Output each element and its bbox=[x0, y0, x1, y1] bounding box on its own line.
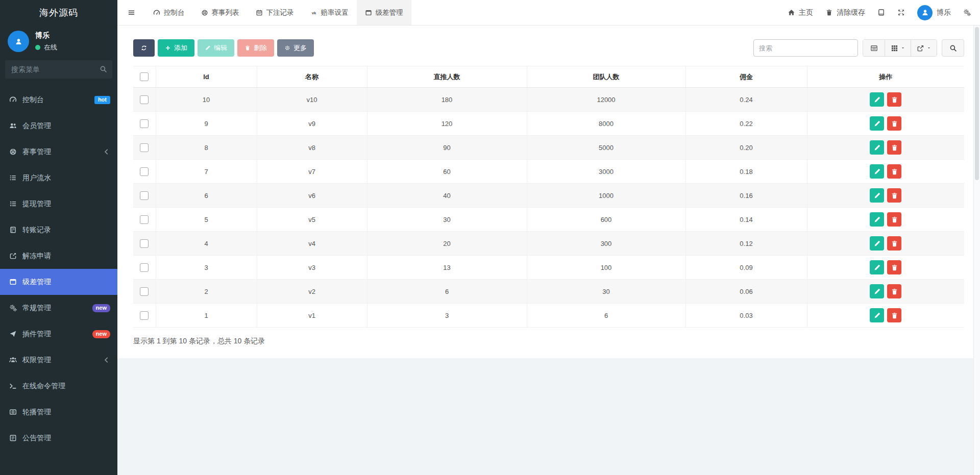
tab-level[interactable]: 级差管理 bbox=[357, 0, 411, 25]
search-icon[interactable] bbox=[100, 65, 107, 73]
sidebar-item-transfer[interactable]: 转账记录 bbox=[0, 217, 117, 243]
row-delete-button[interactable] bbox=[887, 116, 901, 131]
row-checkbox[interactable] bbox=[140, 167, 149, 176]
select-all-checkbox[interactable] bbox=[140, 72, 149, 81]
tab-label: 控制台 bbox=[164, 8, 185, 17]
sidebar-item-level[interactable]: 级差管理 bbox=[0, 269, 117, 295]
user-info: 博乐 在线 bbox=[35, 31, 57, 52]
row-edit-button[interactable] bbox=[870, 188, 884, 203]
sidebar-item-label: 转账记录 bbox=[22, 226, 51, 235]
sidebar-item-label: 解冻申请 bbox=[22, 252, 51, 261]
tab-console[interactable]: 控制台 bbox=[145, 0, 193, 25]
column-header-2[interactable]: 直推人数 bbox=[367, 66, 527, 88]
row-edit-button[interactable] bbox=[870, 212, 884, 227]
cell-name: v8 bbox=[257, 136, 367, 160]
common-search-button[interactable] bbox=[863, 40, 885, 56]
columns-button[interactable] bbox=[885, 40, 911, 56]
row-checkbox[interactable] bbox=[140, 311, 149, 320]
column-header-1[interactable]: 名称 bbox=[257, 66, 367, 88]
tab-odds[interactable]: 赔率设置 bbox=[302, 0, 357, 25]
row-delete-button[interactable] bbox=[887, 164, 901, 179]
calendar-icon bbox=[256, 9, 263, 16]
row-edit-button[interactable] bbox=[870, 92, 884, 107]
column-header-3[interactable]: 团队人数 bbox=[527, 66, 685, 88]
row-checkbox[interactable] bbox=[140, 287, 149, 296]
sidebar-item-withdraw[interactable]: 提现管理 bbox=[0, 191, 117, 217]
row-checkbox[interactable] bbox=[140, 119, 149, 128]
record-summary: 显示第 1 到第 10 条记录，总共 10 条记录 bbox=[133, 337, 964, 346]
export-button[interactable] bbox=[911, 40, 937, 56]
home-link[interactable]: 主页 bbox=[788, 8, 813, 17]
scrollbar-thumb[interactable] bbox=[975, 27, 979, 180]
sidebar-item-console[interactable]: 控制台hot bbox=[0, 87, 117, 113]
search-submit-button[interactable] bbox=[942, 39, 964, 57]
page-scrollbar[interactable] bbox=[973, 26, 980, 475]
sidebar-item-notice[interactable]: 公告管理 bbox=[0, 425, 117, 451]
row-delete-button[interactable] bbox=[887, 140, 901, 155]
row-actions-cell bbox=[807, 304, 964, 328]
cell-team: 5000 bbox=[527, 136, 685, 160]
hamburger-menu-button[interactable] bbox=[117, 0, 145, 25]
clear-cache-link[interactable]: 清除缓存 bbox=[825, 8, 865, 17]
sidebar-item-addons[interactable]: 插件管理new bbox=[0, 321, 117, 347]
cell-name: v3 bbox=[257, 256, 367, 280]
row-edit-button[interactable] bbox=[870, 140, 884, 155]
sidebar-item-members[interactable]: 会员管理 bbox=[0, 113, 117, 139]
row-delete-button[interactable] bbox=[887, 236, 901, 251]
row-delete-button[interactable] bbox=[887, 260, 901, 274]
row-edit-button[interactable] bbox=[870, 260, 884, 274]
cell-direct: 20 bbox=[367, 232, 527, 256]
trash-icon bbox=[891, 168, 898, 176]
delete-button[interactable]: 删除 bbox=[237, 39, 274, 57]
row-edit-button[interactable] bbox=[870, 308, 884, 322]
tab-bet-records[interactable]: 下注记录 bbox=[248, 0, 302, 25]
sidebar-item-userflow[interactable]: 用户流水 bbox=[0, 165, 117, 191]
row-edit-button[interactable] bbox=[870, 284, 884, 298]
tab-match-list[interactable]: 赛事列表 bbox=[193, 0, 248, 25]
settings-button[interactable] bbox=[963, 9, 971, 16]
search-icon bbox=[949, 44, 957, 52]
row-edit-button[interactable] bbox=[870, 164, 884, 179]
row-delete-button[interactable] bbox=[887, 308, 901, 322]
sidebar-item-matches[interactable]: 赛事管理 bbox=[0, 139, 117, 165]
column-header-0[interactable]: Id bbox=[156, 66, 257, 88]
user-menu[interactable]: 博乐 bbox=[917, 5, 951, 20]
row-checkbox[interactable] bbox=[140, 191, 149, 200]
sidebar-item-unfreeze[interactable]: 解冻申请 bbox=[0, 243, 117, 269]
pencil-icon bbox=[873, 168, 881, 176]
add-button[interactable]: 添加 bbox=[158, 39, 194, 57]
user-panel: 博乐 在线 bbox=[0, 26, 117, 58]
cell-direct: 40 bbox=[367, 184, 527, 208]
column-header-4[interactable]: 佣金 bbox=[685, 66, 807, 88]
row-delete-button[interactable] bbox=[887, 92, 901, 107]
user-avatar[interactable] bbox=[8, 31, 29, 52]
trash-icon bbox=[825, 9, 833, 16]
row-delete-button[interactable] bbox=[887, 212, 901, 227]
row-checkbox[interactable] bbox=[140, 239, 149, 248]
row-delete-button[interactable] bbox=[887, 284, 901, 298]
sidebar-item-command[interactable]: 在线命令管理 bbox=[0, 373, 117, 399]
gear-icon bbox=[284, 45, 290, 51]
table-search-input[interactable] bbox=[753, 39, 858, 57]
table-row: 8v89050000.20 bbox=[133, 136, 964, 160]
sidebar-item-carousel[interactable]: 轮播管理 bbox=[0, 399, 117, 425]
fullscreen-button[interactable] bbox=[897, 9, 905, 16]
menu-search-input[interactable] bbox=[5, 60, 112, 79]
edit-button[interactable]: 编辑 bbox=[198, 39, 234, 57]
cell-direct: 180 bbox=[367, 88, 527, 112]
document-button[interactable] bbox=[877, 9, 885, 16]
sidebar-item-general[interactable]: 常规管理new bbox=[0, 295, 117, 321]
more-button[interactable]: 更多 bbox=[277, 39, 314, 57]
cell-name: v9 bbox=[257, 112, 367, 136]
sidebar-item-auth[interactable]: 权限管理 bbox=[0, 347, 117, 373]
cell-direct: 30 bbox=[367, 208, 527, 232]
cell-team: 30 bbox=[527, 280, 685, 304]
row-checkbox[interactable] bbox=[140, 143, 149, 152]
row-checkbox[interactable] bbox=[140, 263, 149, 272]
refresh-button[interactable] bbox=[133, 39, 155, 57]
row-delete-button[interactable] bbox=[887, 188, 901, 203]
row-checkbox[interactable] bbox=[140, 95, 149, 104]
row-edit-button[interactable] bbox=[870, 236, 884, 251]
row-checkbox[interactable] bbox=[140, 215, 149, 224]
row-edit-button[interactable] bbox=[870, 116, 884, 131]
